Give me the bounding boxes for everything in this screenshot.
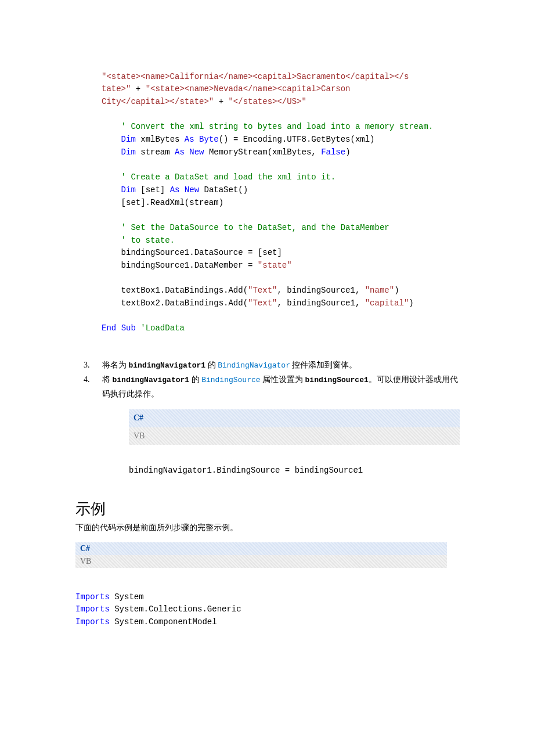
link-bindingnavigator[interactable]: BindingNavigator xyxy=(218,361,290,370)
code-bindingsource-assign: bindingNavigator1.BindingSource = bindin… xyxy=(129,463,459,478)
tab-csharp[interactable]: C# xyxy=(75,542,447,555)
link-bindingsource[interactable]: BindingSource xyxy=(201,376,260,384)
vb-code-block-1: "<state><name>California</name><capital>… xyxy=(102,58,459,335)
step-list: 将名为 bindingNavigator1 的 BindingNavigator… xyxy=(84,358,459,478)
language-tabs-2: C# VB xyxy=(75,542,447,568)
tab-csharp[interactable]: C# xyxy=(129,409,460,427)
list-item: 将名为 bindingNavigator1 的 BindingNavigator… xyxy=(84,358,459,373)
code-inline: bindingNavigator1 xyxy=(113,376,190,384)
example-subtitle: 下面的代码示例是前面所列步骤的完整示例。 xyxy=(75,521,459,534)
language-tabs: C# VB xyxy=(129,409,460,445)
code-inline: bindingNavigator1 xyxy=(129,361,206,370)
section-heading-example: 示例 xyxy=(75,499,459,519)
tab-vb[interactable]: VB xyxy=(75,555,447,568)
list-item: 将 bindingNavigator1 的 BindingSource 属性设置… xyxy=(84,373,459,478)
tab-vb[interactable]: VB xyxy=(129,427,460,445)
vb-code-block-imports: Imports System Imports System.Collection… xyxy=(75,578,459,629)
code-inline: bindingSource1 xyxy=(305,376,369,384)
